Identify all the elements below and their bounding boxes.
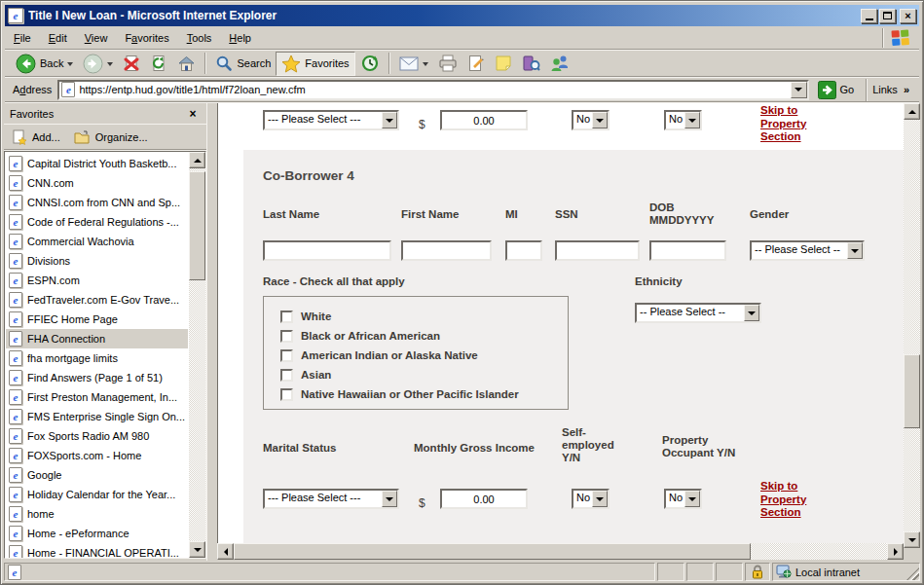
race-checkbox-hawaiian[interactable] [280,388,293,401]
favorite-item[interactable]: eFFIEC Home Page [6,310,188,329]
menu-edit[interactable]: Edit [40,29,76,47]
race-checkbox-black[interactable] [280,330,293,343]
menu-tools[interactable]: Tools [178,29,221,47]
resize-grip[interactable] [906,567,919,580]
scroll-up-button[interactable] [189,152,205,168]
scroll-down-button[interactable] [189,541,205,558]
chevron-down-icon[interactable] [382,112,397,128]
scrollbar-thumb[interactable] [904,354,920,428]
organize-favorites-button[interactable]: Organize... [74,130,148,144]
favorite-item[interactable]: efha mortgage limits [6,348,188,368]
chevron-down-icon[interactable] [382,491,397,507]
home-button[interactable] [172,52,201,76]
address-dropdown-button[interactable] [791,82,807,98]
first-name-input[interactable] [401,240,492,261]
back-button[interactable]: Back [11,52,78,76]
favorite-item[interactable]: eFox Sports Radio AM 980 [6,426,188,446]
favorite-item[interactable]: eFedTraveler.com E-Gov Trave... [6,290,188,310]
self-employed-select[interactable]: No [572,489,610,509]
edit-button[interactable] [462,52,490,76]
forward-dropdown-icon[interactable] [107,62,113,69]
chevron-down-icon[interactable] [684,491,700,507]
history-button[interactable] [355,52,385,76]
favorite-item[interactable]: ehome [6,504,188,524]
refresh-button[interactable] [145,52,172,76]
discuss-button[interactable] [490,52,517,76]
scroll-left-button[interactable] [217,543,234,560]
chevron-down-icon[interactable] [684,112,700,128]
ssn-input[interactable] [555,240,640,261]
stop-button[interactable] [118,52,145,76]
links-button[interactable]: Links » [866,79,915,101]
minimize-button[interactable] [861,9,877,23]
favorite-item[interactable]: eFMS Enterprise Single Sign On... [6,407,188,426]
chevron-down-icon[interactable] [847,242,863,259]
address-input[interactable] [77,84,790,95]
menu-file[interactable]: File [5,29,40,47]
ethnicity-select[interactable]: -- Please Select -- [635,303,761,323]
close-button[interactable]: × [900,9,916,23]
prev-monthly-income-input[interactable] [440,110,528,130]
skip-to-property-link[interactable]: Skip to Property Section [760,480,823,520]
maximize-button[interactable] [879,9,896,23]
close-favorites-button[interactable]: × [185,106,201,121]
favorite-item[interactable]: eCNN.com [6,173,188,193]
content-horizontal-scrollbar[interactable] [217,543,904,560]
scroll-right-button[interactable] [887,543,904,560]
marital-status-select[interactable]: --- Please Select --- [263,489,399,509]
security-lock-pane[interactable] [745,563,770,581]
favorite-item[interactable]: eFOXSports.com - Home [6,446,188,465]
race-checkbox-white[interactable] [280,311,293,323]
favorite-item[interactable]: eFirst Preston Management, In... [6,387,188,407]
race-checkbox-asian[interactable] [280,369,293,382]
print-button[interactable] [433,52,462,76]
favorite-item[interactable]: eDivisions [6,251,188,271]
menu-help[interactable]: Help [220,29,260,47]
security-zone-pane[interactable]: Local intranet [772,563,920,581]
favorites-scrollbar[interactable] [189,152,205,558]
messenger-button[interactable] [545,52,575,76]
go-button[interactable]: Go [813,79,863,101]
favorite-item[interactable]: eHome - ePeformance [6,524,188,543]
favorite-item[interactable]: eHoliday Calendar for the Year... [6,485,188,504]
gender-select[interactable]: -- Please Select -- [750,240,865,261]
favorite-item[interactable]: eGoogle [6,465,188,485]
favorite-item[interactable]: eCNNSI.com from CNN and Sp... [6,193,188,212]
content-vertical-scrollbar[interactable] [904,103,920,548]
last-name-input[interactable] [263,240,391,261]
chevron-down-icon[interactable] [592,112,608,128]
scrollbar-thumb[interactable] [189,171,205,280]
chevron-down-icon[interactable] [744,305,759,321]
prev-marital-status-select[interactable]: --- Please Select --- [263,110,399,130]
favorite-item[interactable]: eCommercial Wachovia [6,232,188,251]
prev-self-employed-select[interactable]: No [572,110,610,130]
monthly-income-input[interactable] [440,489,528,509]
scroll-up-button[interactable] [904,103,920,120]
skip-to-property-link[interactable]: Skip to Property Section [760,104,823,144]
favorite-item[interactable]: eHome - FINANCIAL OPERATI... [6,543,188,559]
mail-button[interactable] [394,52,433,76]
favorite-item-selected[interactable]: eFHA Connection [6,329,188,348]
menu-view[interactable]: View [76,29,117,47]
back-dropdown-icon[interactable] [67,62,73,69]
property-occupant-select[interactable]: No [664,489,702,509]
scroll-down-button[interactable] [904,531,920,548]
scrollbar-thumb[interactable] [234,543,751,560]
panel-divider[interactable] [206,103,217,561]
mail-dropdown-icon[interactable] [423,62,428,69]
favorite-item[interactable]: eCapital District Youth Basketb... [6,154,188,173]
menu-favorites[interactable]: Favorites [116,29,177,47]
research-button[interactable] [517,52,545,76]
favorite-item[interactable]: eESPN.com [6,271,188,290]
mi-input[interactable] [505,240,542,261]
add-favorite-button[interactable]: Add... [12,129,60,145]
dob-input[interactable] [649,240,726,261]
favorite-item[interactable]: eFind Answers (Page 1 of 51) [6,368,188,387]
prev-property-occupant-select[interactable]: No [664,110,702,130]
forward-button[interactable] [78,52,118,76]
search-button[interactable]: Search [210,52,276,76]
chevron-down-icon[interactable] [592,491,608,507]
race-checkbox-american-indian[interactable] [280,349,293,362]
favorites-button[interactable]: Favorites [276,52,354,76]
favorite-item[interactable]: eCode of Federal Regulations -... [6,212,188,232]
